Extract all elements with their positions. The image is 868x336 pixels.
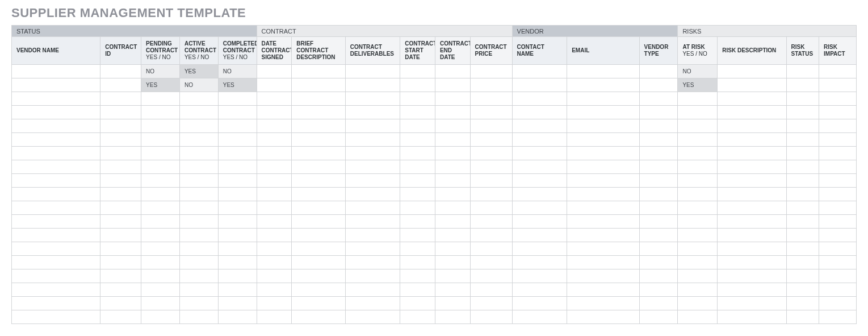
cell-contract-start-date[interactable] xyxy=(400,133,435,147)
cell-risk-impact[interactable] xyxy=(819,242,857,256)
cell-brief-contract-description[interactable] xyxy=(292,119,346,133)
cell-contract-price[interactable] xyxy=(470,188,512,201)
cell-vendor-type[interactable] xyxy=(639,229,678,242)
cell-contract-end-date[interactable] xyxy=(435,256,470,269)
cell-contract-id[interactable] xyxy=(100,201,141,215)
cell-at-risk[interactable]: YES xyxy=(678,78,718,92)
cell-pending-contract[interactable] xyxy=(141,92,180,106)
cell-risk-status[interactable] xyxy=(786,65,819,78)
cell-email[interactable] xyxy=(567,160,639,174)
cell-contact-name[interactable] xyxy=(512,188,567,201)
cell-vendor-type[interactable] xyxy=(639,256,678,269)
cell-contract-end-date[interactable] xyxy=(435,310,470,324)
cell-pending-contract[interactable]: YES xyxy=(141,78,180,92)
cell-risk-impact[interactable] xyxy=(819,256,857,269)
cell-contract-id[interactable] xyxy=(100,119,141,133)
cell-contract-id[interactable] xyxy=(100,106,141,119)
cell-completed-contract[interactable]: NO xyxy=(218,65,257,78)
cell-at-risk[interactable] xyxy=(678,242,718,256)
cell-active-contract[interactable] xyxy=(179,283,218,297)
cell-contact-name[interactable] xyxy=(512,201,567,215)
cell-contract-deliverables[interactable] xyxy=(345,147,400,160)
cell-contract-price[interactable] xyxy=(470,78,512,92)
cell-contact-name[interactable] xyxy=(512,92,567,106)
cell-risk-status[interactable] xyxy=(786,283,819,297)
cell-contract-deliverables[interactable] xyxy=(345,256,400,269)
cell-contract-end-date[interactable] xyxy=(435,78,470,92)
cell-contract-deliverables[interactable] xyxy=(345,283,400,297)
cell-contact-name[interactable] xyxy=(512,310,567,324)
cell-brief-contract-description[interactable] xyxy=(292,297,346,310)
cell-vendor-name[interactable] xyxy=(12,201,100,215)
cell-contract-price[interactable] xyxy=(470,133,512,147)
cell-email[interactable] xyxy=(567,188,639,201)
cell-contract-deliverables[interactable] xyxy=(345,297,400,310)
cell-email[interactable] xyxy=(567,269,639,283)
cell-brief-contract-description[interactable] xyxy=(292,147,346,160)
cell-risk-status[interactable] xyxy=(786,215,819,229)
cell-brief-contract-description[interactable] xyxy=(292,283,346,297)
cell-risk-impact[interactable] xyxy=(819,201,857,215)
cell-risk-description[interactable] xyxy=(718,147,786,160)
cell-contract-id[interactable] xyxy=(100,160,141,174)
cell-contract-end-date[interactable] xyxy=(435,201,470,215)
cell-risk-description[interactable] xyxy=(718,229,786,242)
cell-completed-contract[interactable] xyxy=(218,269,257,283)
cell-completed-contract[interactable] xyxy=(218,106,257,119)
cell-risk-impact[interactable] xyxy=(819,147,857,160)
cell-risk-impact[interactable] xyxy=(819,215,857,229)
cell-vendor-type[interactable] xyxy=(639,188,678,201)
cell-contract-deliverables[interactable] xyxy=(345,215,400,229)
cell-pending-contract[interactable] xyxy=(141,229,180,242)
cell-pending-contract[interactable] xyxy=(141,188,180,201)
cell-contract-deliverables[interactable] xyxy=(345,310,400,324)
cell-contract-start-date[interactable] xyxy=(400,92,435,106)
cell-risk-status[interactable] xyxy=(786,310,819,324)
cell-contract-price[interactable] xyxy=(470,297,512,310)
cell-date-contract-signed[interactable] xyxy=(257,297,292,310)
cell-at-risk[interactable] xyxy=(678,160,718,174)
cell-risk-impact[interactable] xyxy=(819,310,857,324)
cell-at-risk[interactable] xyxy=(678,188,718,201)
cell-contract-start-date[interactable] xyxy=(400,310,435,324)
cell-contract-id[interactable] xyxy=(100,297,141,310)
cell-contract-start-date[interactable] xyxy=(400,297,435,310)
cell-risk-status[interactable] xyxy=(786,269,819,283)
cell-contract-start-date[interactable] xyxy=(400,106,435,119)
cell-contract-end-date[interactable] xyxy=(435,229,470,242)
cell-contract-id[interactable] xyxy=(100,78,141,92)
cell-brief-contract-description[interactable] xyxy=(292,242,346,256)
cell-pending-contract[interactable] xyxy=(141,119,180,133)
cell-email[interactable] xyxy=(567,147,639,160)
cell-contract-deliverables[interactable] xyxy=(345,229,400,242)
cell-at-risk[interactable] xyxy=(678,92,718,106)
cell-email[interactable] xyxy=(567,65,639,78)
cell-risk-status[interactable] xyxy=(786,133,819,147)
cell-risk-status[interactable] xyxy=(786,229,819,242)
cell-vendor-name[interactable] xyxy=(12,215,100,229)
cell-contract-deliverables[interactable] xyxy=(345,119,400,133)
cell-contract-id[interactable] xyxy=(100,147,141,160)
cell-contract-price[interactable] xyxy=(470,242,512,256)
cell-contract-end-date[interactable] xyxy=(435,106,470,119)
cell-completed-contract[interactable] xyxy=(218,256,257,269)
cell-pending-contract[interactable] xyxy=(141,201,180,215)
cell-risk-impact[interactable] xyxy=(819,65,857,78)
cell-date-contract-signed[interactable] xyxy=(257,65,292,78)
cell-contract-start-date[interactable] xyxy=(400,147,435,160)
cell-contract-id[interactable] xyxy=(100,269,141,283)
cell-risk-status[interactable] xyxy=(786,297,819,310)
cell-contact-name[interactable] xyxy=(512,215,567,229)
cell-risk-status[interactable] xyxy=(786,92,819,106)
cell-email[interactable] xyxy=(567,310,639,324)
cell-contact-name[interactable] xyxy=(512,297,567,310)
cell-completed-contract[interactable] xyxy=(218,242,257,256)
cell-brief-contract-description[interactable] xyxy=(292,133,346,147)
cell-contact-name[interactable] xyxy=(512,174,567,188)
cell-email[interactable] xyxy=(567,201,639,215)
cell-date-contract-signed[interactable] xyxy=(257,147,292,160)
cell-active-contract[interactable] xyxy=(179,119,218,133)
cell-contract-end-date[interactable] xyxy=(435,65,470,78)
cell-vendor-type[interactable] xyxy=(639,119,678,133)
cell-brief-contract-description[interactable] xyxy=(292,160,346,174)
